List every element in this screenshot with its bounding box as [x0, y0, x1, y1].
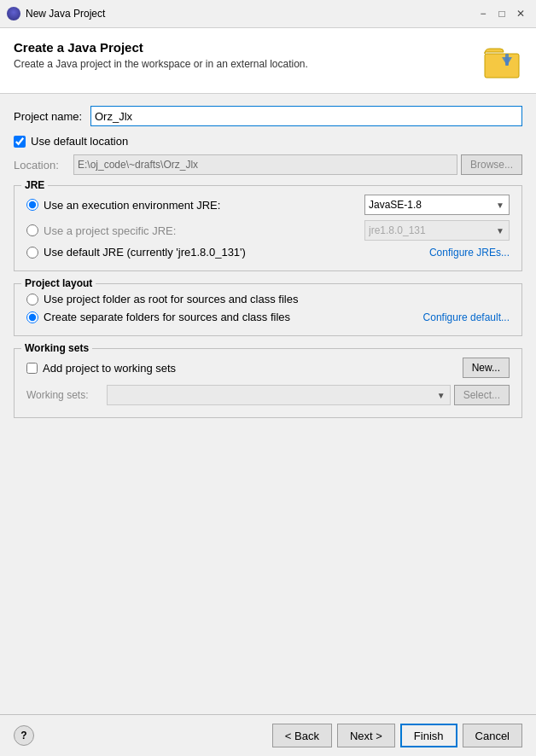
configure-default-link[interactable]: Configure default...	[423, 311, 510, 323]
project-name-label: Project name:	[14, 110, 90, 123]
working-sets-legend: Working sets	[21, 342, 92, 354]
jre-option1-radio[interactable]	[26, 199, 38, 211]
jre-option3-radio[interactable]	[26, 247, 38, 259]
add-to-working-sets-label[interactable]: Add project to working sets	[43, 362, 176, 375]
jre-option1-label[interactable]: Use an execution environment JRE:	[44, 199, 359, 212]
dialog-header-text: Create a Java Project Create a Java proj…	[14, 40, 308, 70]
svg-rect-2	[505, 54, 509, 66]
working-sets-input-row: Working sets: ▼ Select...	[26, 385, 510, 405]
title-bar-controls: − □ ✕	[475, 5, 529, 22]
working-sets-checkbox-row: Add project to working sets New...	[26, 358, 510, 378]
project-name-input[interactable]	[90, 106, 522, 126]
location-label: Location:	[14, 159, 73, 172]
finish-button[interactable]: Finish	[400, 724, 457, 747]
layout-option2-row: Create separate folders for sources and …	[26, 311, 510, 323]
layout-option1-label[interactable]: Use project folder as root for sources a…	[44, 293, 510, 305]
layout-option2-radio[interactable]	[26, 311, 38, 323]
configure-jres-link[interactable]: Configure JREs...	[429, 247, 510, 259]
jre-option1-row: Use an execution environment JRE: JavaSE…	[26, 195, 510, 215]
working-sets-select[interactable]	[107, 385, 451, 405]
new-working-set-button[interactable]: New...	[463, 358, 510, 378]
location-row: Location: Browse...	[14, 154, 522, 175]
project-layout-section: Project layout Use project folder as roo…	[14, 283, 522, 336]
close-button[interactable]: ✕	[512, 5, 529, 22]
window-title: New Java Project	[26, 8, 105, 20]
restore-button[interactable]: □	[493, 5, 510, 22]
working-sets-label: Working sets:	[26, 389, 103, 401]
back-button[interactable]: < Back	[272, 724, 332, 747]
jre-environment-select[interactable]: JavaSE-1.8 JavaSE-11 JavaSE-17	[364, 195, 510, 215]
working-sets-select-wrapper: ▼	[107, 385, 451, 405]
jre-section: JRE Use an execution environment JRE: Ja…	[14, 185, 522, 271]
jre-legend: JRE	[21, 179, 48, 191]
location-input	[73, 154, 457, 175]
next-button[interactable]: Next >	[337, 724, 395, 747]
help-button[interactable]: ?	[14, 725, 34, 746]
jre-environment-select-wrapper: JavaSE-1.8 JavaSE-11 JavaSE-17 ▼	[364, 195, 510, 215]
dialog-subtitle: Create a Java project in the workspace o…	[14, 58, 308, 70]
title-bar: New Java Project − □ ✕	[0, 0, 536, 28]
jre-specific-select-wrapper: jre1.8.0_131 ▼	[364, 220, 510, 241]
layout-option2-label[interactable]: Create separate folders for sources and …	[44, 311, 418, 323]
dialog-content: Project name: Use default location Locat…	[0, 94, 536, 430]
browse-button[interactable]: Browse...	[461, 154, 522, 175]
jre-option2-label[interactable]: Use a project specific JRE:	[44, 224, 359, 237]
jre-specific-select[interactable]: jre1.8.0_131	[364, 220, 510, 241]
dialog-header: Create a Java Project Create a Java proj…	[0, 28, 536, 94]
project-name-row: Project name:	[14, 106, 522, 126]
layout-option1-radio[interactable]	[26, 294, 38, 305]
use-default-location-row: Use default location	[14, 135, 522, 148]
project-layout-legend: Project layout	[21, 277, 96, 289]
folder-icon	[481, 40, 522, 81]
button-bar: ? < Back Next > Finish Cancel	[0, 714, 536, 756]
working-sets-section: Working sets Add project to working sets…	[14, 348, 522, 418]
layout-option1-row: Use project folder as root for sources a…	[26, 293, 510, 305]
use-default-location-label[interactable]: Use default location	[31, 135, 128, 148]
eclipse-icon	[7, 7, 20, 20]
minimize-button[interactable]: −	[475, 5, 492, 22]
title-bar-left: New Java Project	[7, 7, 105, 20]
jre-option3-row: Use default JRE (currently 'jre1.8.0_131…	[26, 246, 510, 259]
add-to-working-sets-checkbox[interactable]	[26, 363, 38, 374]
jre-option2-radio[interactable]	[26, 224, 38, 236]
svg-rect-0	[485, 54, 519, 78]
cancel-button[interactable]: Cancel	[463, 724, 522, 747]
dialog-title: Create a Java Project	[14, 40, 308, 55]
jre-option2-row: Use a project specific JRE: jre1.8.0_131…	[26, 220, 510, 241]
jre-option3-label[interactable]: Use default JRE (currently 'jre1.8.0_131…	[44, 246, 424, 259]
use-default-location-checkbox[interactable]	[14, 136, 26, 148]
select-working-sets-button[interactable]: Select...	[454, 385, 510, 405]
